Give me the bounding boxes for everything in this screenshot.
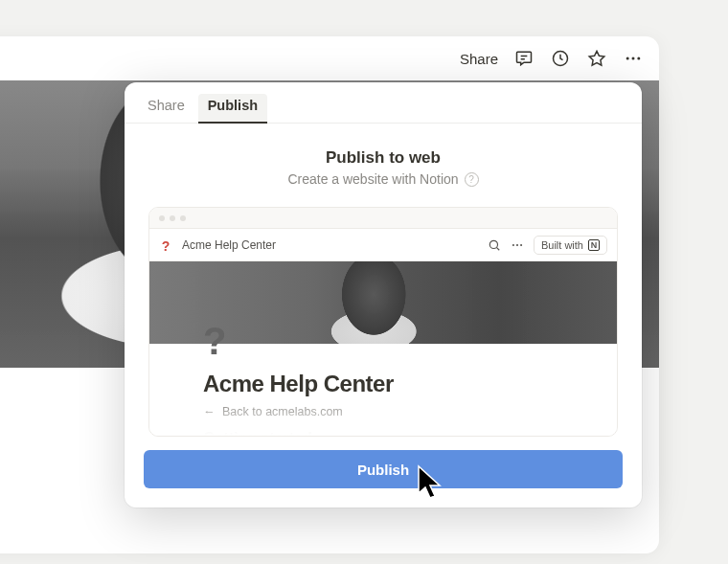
svg-point-5 <box>632 57 635 60</box>
search-icon[interactable] <box>488 238 501 252</box>
favorite-star-icon[interactable] <box>586 48 607 69</box>
window-dot-icon <box>159 215 165 221</box>
history-icon[interactable] <box>550 48 571 69</box>
modal-tabs: Share Publish <box>125 82 642 124</box>
page-topbar: Share <box>0 36 659 80</box>
svg-line-8 <box>496 247 499 250</box>
svg-point-4 <box>626 57 629 60</box>
svg-point-7 <box>489 240 497 248</box>
preview-more-icon[interactable] <box>511 238 524 252</box>
svg-point-6 <box>637 57 640 60</box>
tab-publish[interactable]: Publish <box>198 94 267 123</box>
share-action[interactable]: Share <box>460 51 498 67</box>
tab-share[interactable]: Share <box>138 94 194 123</box>
svg-point-9 <box>512 243 514 245</box>
modal-title: Publish to web <box>144 148 623 168</box>
window-dot-icon <box>180 215 186 221</box>
svg-marker-3 <box>589 51 604 65</box>
page-emoji-icon: ? <box>159 238 172 252</box>
built-with-badge[interactable]: Built with N <box>534 236 607 255</box>
comments-icon[interactable] <box>513 48 535 69</box>
window-dot-icon <box>170 215 175 221</box>
modal-subtitle-text: Create a website with Notion <box>287 171 458 187</box>
modal-subtitle: Create a website with Notion ? <box>287 171 478 187</box>
preview-content: Acme Help Center ← Back to acmelabs.com … <box>149 344 617 436</box>
publish-modal: Share Publish Publish to web Create a we… <box>125 82 642 508</box>
publish-button[interactable]: Publish <box>144 450 623 488</box>
preview-fade <box>149 401 617 436</box>
built-with-label: Built with <box>541 239 583 251</box>
preview-topbar: ? Acme Help Center Built with N <box>149 229 617 261</box>
svg-point-11 <box>520 243 522 245</box>
preview-title: Acme Help Center <box>203 371 563 397</box>
preview-cover-image: ? <box>149 261 617 344</box>
preview-window-chrome <box>149 208 617 229</box>
preview-page-name: Acme Help Center <box>182 238 276 252</box>
help-icon[interactable]: ? <box>465 172 479 187</box>
modal-body: Publish to web Create a website with Not… <box>125 124 642 508</box>
notion-logo-icon: N <box>588 239 600 251</box>
svg-point-10 <box>516 243 518 245</box>
more-icon[interactable] <box>623 48 644 69</box>
site-preview: ? Acme Help Center Built with N ? Acme H… <box>148 207 618 437</box>
